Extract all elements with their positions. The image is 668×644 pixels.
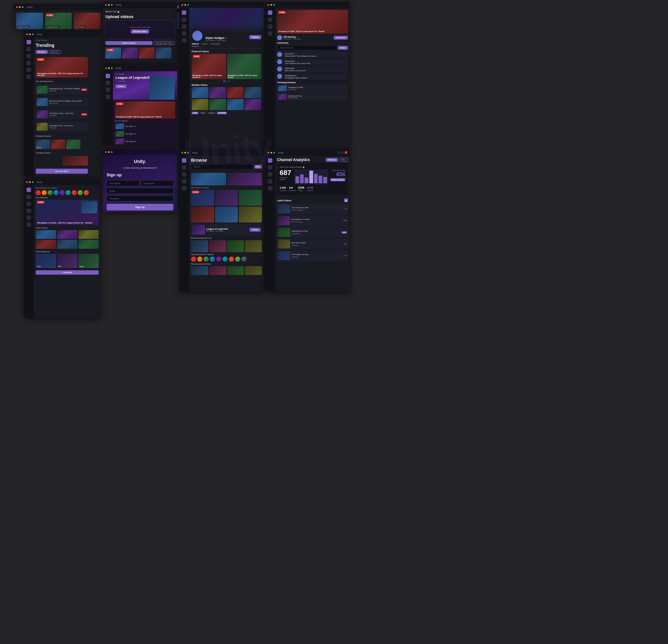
filter-btn[interactable]: Filter bbox=[339, 158, 348, 162]
trending-item-2[interactable]: New Sub-Creator And Designer: Apex Legen… bbox=[36, 97, 88, 107]
csb-video[interactable] bbox=[27, 201, 31, 206]
cat-3[interactable]: Sports bbox=[78, 254, 99, 268]
related-3[interactable] bbox=[227, 87, 244, 98]
psb-explore[interactable] bbox=[106, 81, 110, 85]
win-max[interactable] bbox=[341, 151, 344, 154]
tsb-video[interactable] bbox=[27, 54, 31, 58]
tsb-home[interactable] bbox=[27, 40, 31, 44]
search-result-1[interactable] bbox=[191, 173, 226, 185]
trending-item-4[interactable]: Uploading the Frag – Tip Sections ProGam… bbox=[36, 122, 88, 132]
browse-search-input[interactable] bbox=[191, 164, 253, 170]
today-t2[interactable] bbox=[57, 230, 77, 239]
video-thumb-1[interactable]: Family Gaming bbox=[16, 13, 43, 29]
lv-row-5[interactable]: The Reality Are New CallOfDuty 2.1M bbox=[277, 250, 348, 261]
psb-home[interactable] bbox=[106, 74, 110, 78]
today-t1[interactable] bbox=[36, 230, 56, 239]
cat-1[interactable]: Action bbox=[36, 254, 56, 268]
subscribe-button[interactable]: Subscribe bbox=[334, 36, 348, 40]
today-t4[interactable] bbox=[36, 240, 56, 249]
pending-2[interactable] bbox=[51, 139, 65, 149]
psb-live[interactable] bbox=[106, 95, 110, 99]
trending-item-1[interactable]: Uploading the Frag – Tip Sections: Night… bbox=[36, 85, 88, 95]
rv-1[interactable] bbox=[191, 266, 208, 275]
csb-profile[interactable] bbox=[27, 223, 31, 227]
rec-4[interactable] bbox=[245, 240, 262, 252]
sidebar-home-esl[interactable] bbox=[268, 11, 272, 15]
bsb-live[interactable] bbox=[182, 179, 186, 183]
lv-row-4[interactable]: New Sub-Creator ProGamer 780K bbox=[277, 239, 348, 249]
related-2[interactable] bbox=[209, 87, 226, 98]
related-1[interactable] bbox=[192, 87, 209, 98]
signup-btn[interactable]: Sign Up bbox=[107, 204, 173, 210]
sidebar-explore-icon[interactable] bbox=[182, 17, 186, 22]
chan-av-4[interactable] bbox=[54, 190, 59, 195]
bsb-explore[interactable] bbox=[182, 165, 186, 170]
today-t5[interactable] bbox=[57, 240, 77, 249]
tab-series[interactable]: Series bbox=[201, 43, 208, 47]
rv-4[interactable] bbox=[245, 266, 262, 275]
pl-item-3[interactable]: ESL Match #3 bbox=[115, 138, 175, 145]
browse-btn[interactable]: Browse bbox=[36, 50, 48, 54]
bsb-user[interactable] bbox=[182, 186, 186, 191]
bg-4[interactable] bbox=[191, 207, 214, 223]
trending-item-3[interactable]: The Reality Are New – Call of Duty CallO… bbox=[36, 109, 88, 119]
sidebar-bookmark-esl[interactable] bbox=[268, 31, 272, 36]
bg-3[interactable] bbox=[239, 190, 262, 206]
playlist-follow-btn[interactable]: Follow bbox=[116, 85, 126, 88]
related-4[interactable] bbox=[244, 87, 261, 98]
first-name-input[interactable] bbox=[107, 180, 139, 186]
psb-video[interactable] bbox=[106, 88, 110, 92]
tsb-settings[interactable] bbox=[27, 75, 31, 79]
pending-1[interactable]: GamePro bbox=[36, 139, 50, 149]
last-name-input[interactable] bbox=[141, 180, 173, 186]
related-5[interactable] bbox=[192, 99, 209, 110]
add-to-playlist-button[interactable]: Add to Playlist bbox=[105, 41, 152, 45]
featured-thumb-2[interactable]: Renegades vs Chiefs - ESL Pro League Sea… bbox=[227, 54, 261, 79]
tab-videos[interactable]: Videos bbox=[192, 43, 199, 47]
follow-button[interactable]: Follow bbox=[249, 35, 261, 39]
bsb-video[interactable] bbox=[182, 172, 186, 177]
pl-item-1[interactable]: ESL Match #1 bbox=[115, 123, 175, 130]
pending-3[interactable] bbox=[66, 139, 80, 149]
chan-av-7[interactable] bbox=[72, 190, 77, 195]
esl-hero-video[interactable]: LIVE Renegades vs Chiefs – ESL Pro Leagu… bbox=[277, 10, 348, 33]
tc-av-8[interactable] bbox=[235, 257, 240, 262]
vid-view-icon[interactable]: ▦ bbox=[344, 198, 348, 202]
csb-live[interactable] bbox=[27, 209, 31, 213]
tsb-explore[interactable] bbox=[27, 47, 31, 51]
bsb-home[interactable] bbox=[182, 158, 186, 163]
live-match-hero[interactable]: LIVE Renegades vs Chiefs – ESL Pro Leagu… bbox=[36, 200, 99, 225]
bg-2[interactable] bbox=[215, 190, 238, 206]
chan-av-8[interactable] bbox=[78, 190, 83, 195]
chan-av-2[interactable] bbox=[42, 190, 47, 195]
today-t6[interactable] bbox=[78, 240, 99, 249]
win-min[interactable] bbox=[338, 151, 340, 154]
tsb-live[interactable] bbox=[27, 61, 31, 65]
comment-input[interactable] bbox=[277, 45, 337, 50]
csb-explore[interactable] bbox=[27, 195, 31, 199]
rv-2[interactable] bbox=[209, 266, 226, 275]
featured-lol[interactable]: League of Legends® ESL Master • 190 vide… bbox=[191, 224, 262, 236]
rec-3[interactable] bbox=[227, 240, 244, 252]
email-input[interactable] bbox=[107, 188, 173, 194]
lv-row-2[interactable]: Renegades vs Chiefs ESL Pro League 845K bbox=[277, 215, 348, 226]
tg-1[interactable] bbox=[36, 156, 61, 165]
rec-1[interactable] bbox=[191, 240, 208, 252]
browse-files-button[interactable]: Browse files bbox=[131, 29, 149, 33]
sidebar-explore-esl[interactable] bbox=[268, 17, 272, 22]
upload-dropzone[interactable]: Drag and drop video files Browse files bbox=[105, 20, 174, 39]
rec-2[interactable] bbox=[209, 240, 226, 252]
load-more-btn[interactable]: Load More bbox=[36, 270, 99, 275]
sidebar-home-icon[interactable] bbox=[182, 11, 186, 15]
tc-av-6[interactable] bbox=[223, 257, 228, 262]
lv-row-3[interactable]: Uploading the Frag GameStream LIVE bbox=[277, 227, 348, 238]
featured-thumb-1[interactable]: LIVE Renegades vs Chiefs - ESL Pro Leagu… bbox=[192, 54, 226, 79]
chan-av-9[interactable] bbox=[84, 190, 89, 195]
tc-av-3[interactable] bbox=[204, 257, 209, 262]
chan-av-3[interactable] bbox=[48, 190, 53, 195]
tc-av-7[interactable] bbox=[229, 257, 234, 262]
trending-hero[interactable]: LIVE Renegades vs Chiefs - ESL Pro Leagu… bbox=[36, 57, 88, 77]
tg-2[interactable] bbox=[62, 156, 88, 165]
chan-av-1[interactable] bbox=[36, 190, 41, 195]
asb-user[interactable] bbox=[268, 179, 272, 183]
